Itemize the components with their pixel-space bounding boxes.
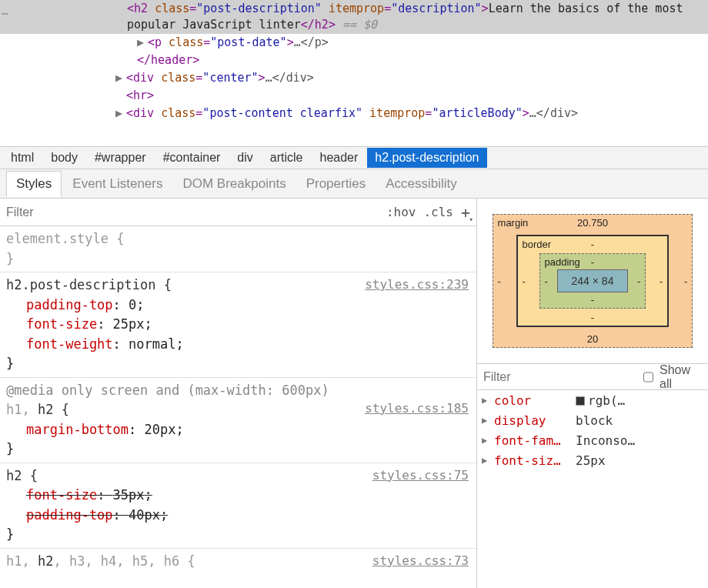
- expand-icon[interactable]: ▶: [115, 105, 126, 122]
- computed-row[interactable]: ▶ color rgb(…: [477, 390, 708, 410]
- attr-val: post-date: [217, 35, 279, 49]
- padding-bottom[interactable]: -: [591, 294, 594, 306]
- border-left[interactable]: -: [523, 276, 526, 287]
- tab-accessibility[interactable]: Accessibility: [376, 172, 466, 196]
- dom-node[interactable]: <hr>: [0, 87, 708, 105]
- source-link[interactable]: styles.css:185: [365, 399, 469, 418]
- rule-selector-dim: , h3, h4, h5, h6 {: [53, 553, 195, 569]
- expand-icon[interactable]: ▶: [482, 415, 489, 426]
- prop-val[interactable]: 35px: [113, 487, 145, 503]
- expand-icon[interactable]: ▶: [482, 455, 489, 466]
- computed-row[interactable]: ▶ display block: [477, 410, 708, 430]
- box-model[interactable]: margin 20.750 20 - - border - - - - padd…: [477, 199, 708, 364]
- rule-selector: h2.post-description {: [6, 277, 172, 292]
- tag-open: <div: [126, 106, 154, 120]
- rule-close: }: [6, 251, 14, 266]
- rule-element-style[interactable]: element.style { }: [0, 226, 476, 272]
- border-bottom[interactable]: -: [591, 312, 594, 323]
- prop-val[interactable]: 40px: [129, 507, 160, 523]
- new-rule-button[interactable]: +▾: [461, 203, 470, 222]
- crumb-div[interactable]: div: [229, 148, 260, 168]
- hov-button[interactable]: :hov: [386, 205, 416, 219]
- dom-node[interactable]: ▶<div class="center">…</div>: [0, 69, 708, 87]
- rule-block[interactable]: @media only screen and (max-width: 600px…: [0, 378, 476, 463]
- padding-top[interactable]: -: [591, 256, 594, 268]
- dollar-marker: == $0: [342, 18, 377, 32]
- crumb-html[interactable]: html: [3, 148, 42, 168]
- padding-label: padding: [545, 256, 580, 268]
- crumb-article[interactable]: article: [262, 148, 311, 168]
- dom-tree[interactable]: … <h2 class="post-description" itemprop=…: [0, 0, 708, 146]
- prop-val[interactable]: 25px: [113, 316, 145, 332]
- rule-selector: element.style {: [6, 231, 125, 246]
- rules-list: element.style { } styles.css:239 h2.post…: [0, 226, 476, 588]
- attr-val: articleBody: [439, 106, 515, 120]
- rule-block[interactable]: styles.css:73 h1, h2, h3, h4, h5, h6 {: [0, 549, 476, 575]
- expand-icon[interactable]: ▶: [482, 395, 489, 406]
- prop-name[interactable]: font-size: [26, 316, 97, 332]
- comp-val: 25px: [576, 453, 703, 468]
- computed-row[interactable]: ▶ font-fam… Inconso…: [477, 430, 708, 450]
- prop-val[interactable]: normal: [129, 336, 175, 352]
- prop-name[interactable]: margin-bottom: [26, 422, 129, 437]
- dom-selected-element[interactable]: <h2 class="post-description" itemprop="d…: [0, 0, 708, 34]
- attr-name: itemprop: [369, 106, 425, 120]
- computed-toolbar: Show all: [477, 364, 708, 390]
- color-swatch[interactable]: [576, 396, 585, 406]
- attr-val: post-content clearfix: [209, 106, 356, 120]
- tab-dom-breakpoints[interactable]: DOM Breakpoints: [173, 172, 295, 196]
- crumb-body[interactable]: body: [43, 148, 85, 168]
- ellipsis: …</div>: [529, 106, 578, 120]
- margin-left[interactable]: -: [498, 276, 501, 287]
- prop-val[interactable]: 0: [129, 297, 136, 312]
- attr-val: post-description: [203, 2, 315, 15]
- attr-name: itemprop: [329, 2, 384, 15]
- crumb-selected[interactable]: h2.post-description: [367, 148, 486, 168]
- source-link[interactable]: styles.css:75: [372, 466, 469, 485]
- rule-block[interactable]: styles.css:239 h2.post-description { pad…: [0, 272, 476, 378]
- margin-top[interactable]: 20.750: [577, 217, 608, 229]
- computed-row[interactable]: ▶ font-siz… 25px: [477, 450, 708, 470]
- border-top[interactable]: -: [591, 239, 594, 250]
- source-link[interactable]: styles.css:239: [365, 276, 469, 294]
- show-all-checkbox[interactable]: [643, 372, 653, 383]
- show-all-label: Show all: [660, 363, 702, 391]
- dom-node[interactable]: ▶<p class="post-date">…</p>: [0, 34, 708, 52]
- rule-close: }: [6, 439, 470, 459]
- source-link[interactable]: styles.css:73: [372, 552, 469, 570]
- border-right[interactable]: -: [660, 276, 663, 287]
- prop-name[interactable]: font-size: [26, 487, 97, 503]
- styles-filter-input[interactable]: [6, 205, 379, 219]
- prop-val[interactable]: 20px: [145, 422, 176, 437]
- prop-name[interactable]: padding-top: [26, 507, 113, 523]
- computed-pane: margin 20.750 20 - - border - - - - padd…: [477, 199, 708, 588]
- media-query: @media only screen and (max-width: 600px…: [6, 381, 470, 401]
- tag-close: </h2>: [301, 18, 336, 32]
- attr-name: class: [161, 71, 195, 85]
- prop-name[interactable]: font-weight: [26, 336, 113, 352]
- box-content[interactable]: 244 × 84: [557, 269, 629, 292]
- tag-open: <p: [148, 35, 162, 49]
- expand-icon[interactable]: ▶: [137, 35, 148, 51]
- padding-left[interactable]: -: [545, 276, 548, 287]
- computed-filter-input[interactable]: [483, 370, 637, 384]
- expand-icon[interactable]: ▶: [482, 435, 489, 446]
- tab-event-listeners[interactable]: Event Listeners: [63, 172, 172, 196]
- crumb-container[interactable]: #container: [155, 148, 229, 168]
- crumb-header[interactable]: header: [312, 148, 366, 168]
- margin-bottom[interactable]: 20: [587, 333, 598, 345]
- rule-close: }: [6, 525, 470, 545]
- padding-right[interactable]: -: [637, 276, 640, 287]
- rule-block[interactable]: styles.css:75 h2 { font-size: 35px; padd…: [0, 463, 476, 549]
- cls-button[interactable]: .cls: [423, 205, 453, 219]
- tab-styles[interactable]: Styles: [6, 171, 62, 197]
- tab-properties[interactable]: Properties: [297, 172, 375, 196]
- prop-name[interactable]: padding-top: [26, 297, 113, 312]
- comp-val: block: [576, 413, 703, 428]
- rule-close: }: [6, 354, 470, 374]
- expand-icon[interactable]: ▶: [115, 70, 126, 86]
- crumb-wrapper[interactable]: #wrapper: [87, 148, 154, 168]
- dom-node[interactable]: ▶<div class="post-content clearfix" item…: [0, 105, 708, 122]
- margin-right[interactable]: -: [684, 276, 687, 287]
- dom-node[interactable]: </header>: [0, 52, 708, 69]
